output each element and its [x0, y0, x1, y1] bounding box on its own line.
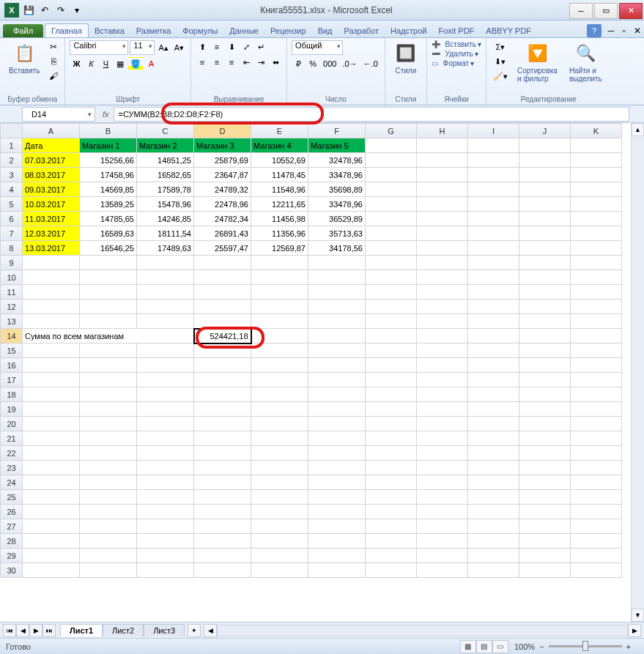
- cell-E6[interactable]: 11456,98: [251, 212, 308, 226]
- cell-E14[interactable]: [251, 329, 308, 343]
- orientation-icon[interactable]: ⤢: [240, 40, 253, 53]
- cell-I10[interactable]: [468, 270, 519, 285]
- cell-J6[interactable]: [519, 212, 571, 226]
- cell-C29[interactable]: [137, 549, 194, 563]
- cell-A18[interactable]: [23, 387, 80, 402]
- cell-B2[interactable]: 15256,66: [80, 153, 137, 168]
- cell-A25[interactable]: [23, 490, 80, 505]
- cell-D20[interactable]: [194, 417, 251, 431]
- cell-C28[interactable]: [137, 534, 194, 549]
- cell-F18[interactable]: [308, 387, 366, 402]
- file-tab[interactable]: Файл: [3, 24, 43, 37]
- column-header-J[interactable]: J: [519, 124, 571, 138]
- cell-K4[interactable]: [571, 182, 622, 197]
- cell-D15[interactable]: [194, 343, 251, 358]
- cell-C13[interactable]: [137, 314, 194, 329]
- cells-delete[interactable]: Удалить: [445, 50, 473, 58]
- cell-K13[interactable]: [571, 314, 622, 329]
- cell-C27[interactable]: [137, 519, 194, 534]
- redo-icon[interactable]: ↷: [54, 4, 67, 17]
- cell-C5[interactable]: 15478,96: [137, 197, 194, 212]
- cell-D30[interactable]: [194, 563, 251, 578]
- cell-E18[interactable]: [251, 387, 308, 402]
- tab-foxit[interactable]: Foxit PDF: [432, 24, 480, 37]
- cell-F10[interactable]: [308, 270, 366, 285]
- cell-D29[interactable]: [194, 549, 251, 563]
- cell-H11[interactable]: [417, 285, 468, 300]
- cell-I17[interactable]: [468, 373, 519, 387]
- cell-E28[interactable]: [251, 534, 308, 549]
- mdi-close-icon[interactable]: ✕: [631, 24, 644, 37]
- cell-A9[interactable]: [23, 256, 80, 270]
- cell-C6[interactable]: 14246,85: [137, 212, 194, 226]
- cell-C7[interactable]: 18111,54: [137, 226, 194, 241]
- cell-F6[interactable]: 36529,89: [308, 212, 366, 226]
- cell-A21[interactable]: [23, 431, 80, 446]
- cell-K23[interactable]: [571, 461, 622, 475]
- cell-F28[interactable]: [308, 534, 366, 549]
- cell-K19[interactable]: [571, 402, 622, 417]
- help-icon[interactable]: ?: [587, 24, 602, 37]
- row-header-8[interactable]: 8: [1, 241, 23, 256]
- cell-K26[interactable]: [571, 505, 622, 519]
- cell-F9[interactable]: [308, 256, 366, 270]
- cell-D7[interactable]: 26891,43: [194, 226, 251, 241]
- mdi-restore-icon[interactable]: ▫: [618, 24, 631, 37]
- cell-H30[interactable]: [417, 563, 468, 578]
- cell-A22[interactable]: [23, 446, 80, 461]
- cell-I9[interactable]: [468, 256, 519, 270]
- wrap-text-icon[interactable]: ↵: [254, 40, 267, 53]
- cell-B23[interactable]: [80, 461, 137, 475]
- last-sheet-icon[interactable]: ⏭: [42, 624, 56, 637]
- decrease-decimal-icon[interactable]: ←.0: [361, 57, 380, 70]
- cell-D6[interactable]: 24782,34: [194, 212, 251, 226]
- cell-G11[interactable]: [366, 285, 417, 300]
- cell-C16[interactable]: [137, 358, 194, 373]
- cell-A1[interactable]: Дата: [23, 138, 80, 153]
- cell-D16[interactable]: [194, 358, 251, 373]
- row-header-29[interactable]: 29: [1, 549, 23, 563]
- scroll-right-icon[interactable]: ▶: [628, 624, 641, 637]
- cell-G14[interactable]: [366, 329, 417, 343]
- row-header-22[interactable]: 22: [1, 446, 23, 461]
- column-header-B[interactable]: B: [80, 124, 137, 138]
- cell-F19[interactable]: [308, 402, 366, 417]
- cell-I27[interactable]: [468, 519, 519, 534]
- bold-button[interactable]: Ж: [70, 57, 83, 70]
- cell-D23[interactable]: [194, 461, 251, 475]
- column-header-E[interactable]: E: [251, 124, 308, 138]
- cell-A27[interactable]: [23, 519, 80, 534]
- tab-developer[interactable]: Разработ: [338, 24, 385, 37]
- cell-I2[interactable]: [468, 153, 519, 168]
- select-all-corner[interactable]: [1, 124, 23, 138]
- cell-E29[interactable]: [251, 549, 308, 563]
- cell-E27[interactable]: [251, 519, 308, 534]
- increase-font-icon[interactable]: A▴: [156, 41, 170, 54]
- cell-H6[interactable]: [417, 212, 468, 226]
- cell-C24[interactable]: [137, 475, 194, 490]
- cell-G24[interactable]: [366, 475, 417, 490]
- cell-E20[interactable]: [251, 417, 308, 431]
- cell-B10[interactable]: [80, 270, 137, 285]
- cell-D28[interactable]: [194, 534, 251, 549]
- row-header-25[interactable]: 25: [1, 490, 23, 505]
- autosum-icon[interactable]: Σ▾: [491, 40, 510, 53]
- cell-I16[interactable]: [468, 358, 519, 373]
- cell-J9[interactable]: [519, 256, 571, 270]
- row-header-20[interactable]: 20: [1, 417, 23, 431]
- row-header-30[interactable]: 30: [1, 563, 23, 578]
- cell-I8[interactable]: [468, 241, 519, 256]
- cell-K1[interactable]: [571, 138, 622, 153]
- mdi-minimize-icon[interactable]: ─: [604, 24, 618, 37]
- cell-J5[interactable]: [519, 197, 571, 212]
- italic-button[interactable]: К: [84, 57, 97, 70]
- sheet-tab-Лист2[interactable]: Лист2: [103, 624, 144, 636]
- cell-G27[interactable]: [366, 519, 417, 534]
- zoom-out-icon[interactable]: −: [539, 642, 544, 651]
- cell-K27[interactable]: [571, 519, 622, 534]
- cell-B5[interactable]: 13589,25: [80, 197, 137, 212]
- cell-H9[interactable]: [417, 256, 468, 270]
- zoom-thumb[interactable]: [582, 641, 588, 651]
- styles-button[interactable]: 🔲 Стили: [390, 40, 422, 76]
- cells-format-icon[interactable]: ▭: [432, 59, 438, 67]
